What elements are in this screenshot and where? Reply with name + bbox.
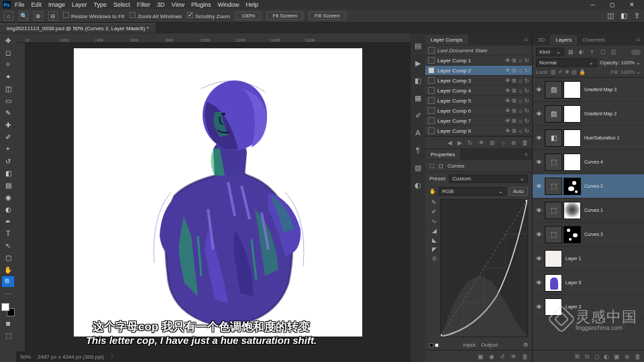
paragraph-panel-icon[interactable]: ¶ (413, 146, 423, 156)
layer-comp-last-state[interactable]: Last Document State (425, 46, 532, 56)
layer-row[interactable]: 👁▨Gradient Map 2 (533, 102, 644, 126)
curve-eyedrop-white[interactable]: ◤ (432, 246, 437, 253)
shape-tool[interactable]: ▢ (2, 252, 14, 263)
pen-tool[interactable]: ✒ (2, 216, 14, 227)
viewport[interactable] (25, 43, 411, 351)
close-icon[interactable]: ✕ (627, 1, 637, 8)
frame-tool[interactable]: ▭ (2, 95, 14, 106)
layer-comp-item[interactable]: Layer Comp 8👁 ⊞ ☼ ↻ (425, 126, 532, 136)
properties-tab[interactable]: Properties (425, 149, 460, 160)
panel-menu-icon[interactable]: ≡ (521, 37, 532, 43)
brush-tool[interactable]: ✐ (2, 131, 14, 142)
channel-select[interactable]: RGB⌄ (439, 187, 506, 196)
menu-type[interactable]: Type (91, 1, 110, 8)
layer-row[interactable]: 👁◧Hue/Saturation 1 (533, 126, 644, 150)
layer-filter-kind[interactable]: Kind⌄ (536, 48, 564, 56)
zoom-all-checkbox[interactable]: Zoom All Windows (129, 12, 182, 19)
lc-prev-icon[interactable]: ◀ (447, 139, 452, 146)
lc-next-icon[interactable]: ▶ (458, 139, 462, 146)
lc-new-icon[interactable]: ⊕ (511, 139, 517, 146)
workspace-icon[interactable]: ◧ (621, 11, 627, 20)
channel-picker-icon[interactable]: ✋ (429, 188, 436, 194)
curve-point-tool[interactable]: ✎ (431, 199, 437, 206)
layer-row[interactable]: 👁⬚Curves 4 (533, 150, 644, 174)
new-layer-icon[interactable]: ⊕ (625, 353, 630, 360)
curve-eyedrop-gray[interactable]: ◣ (432, 237, 437, 243)
view-prev-icon[interactable]: ◉ (489, 353, 494, 360)
curve-smooth-tool[interactable]: ∿ (431, 218, 437, 225)
eraser-tool[interactable]: ◧ (2, 168, 14, 178)
link-layers-icon[interactable]: ⌘ (574, 353, 580, 360)
visibility-toggle[interactable]: 👁 (535, 111, 543, 117)
color-swatches[interactable] (1, 303, 15, 316)
reset-icon[interactable]: ↺ (500, 353, 505, 360)
history-panel-icon[interactable]: ▤ (413, 42, 423, 51)
layer-comp-item[interactable]: Layer Comp 1👁 ⊞ ☼ ↻ (425, 56, 532, 66)
channels-tab[interactable]: Channels (577, 35, 610, 45)
opacity-value[interactable]: 100% (621, 60, 635, 66)
lc-update-pos-icon[interactable]: ⊞ (490, 139, 495, 146)
visibility-toggle[interactable]: 👁 (535, 304, 543, 310)
stamp-tool[interactable]: ⌖ (2, 143, 14, 154)
lock-all-icon[interactable]: 🔒 (579, 69, 586, 75)
mask-icon[interactable]: ◻ (439, 163, 443, 169)
libraries-panel-icon[interactable]: ▥ (413, 164, 423, 173)
document-tab[interactable]: img20211113_0038.psd @ 50% (Curves 2, La… (0, 23, 156, 33)
type-tool[interactable]: T (2, 228, 14, 239)
wand-tool[interactable]: ✦ (2, 71, 14, 82)
scrubby-zoom-checkbox[interactable]: Scrubby Zoom (187, 12, 230, 19)
crop-tool[interactable]: ◫ (2, 83, 14, 94)
canvas[interactable] (74, 48, 362, 337)
lasso-tool[interactable]: ⌗ (2, 59, 14, 70)
visibility-toggle[interactable]: 👁 (535, 135, 543, 141)
3d-tab[interactable]: 3D (533, 35, 550, 45)
panel-menu-icon[interactable]: ≡ (633, 37, 644, 43)
menu-file[interactable]: File (12, 1, 28, 8)
layer-row[interactable]: 👁Layer 1 (533, 247, 644, 271)
minimize-icon[interactable]: ─ (588, 1, 598, 8)
visibility-toggle[interactable]: 👁 (535, 255, 543, 262)
menu-view[interactable]: View (169, 1, 187, 8)
curve-draw-tool[interactable]: ✐ (431, 208, 437, 215)
layer-comp-item[interactable]: Layer Comp 5👁 ⊞ ☼ ↻ (425, 96, 532, 106)
curve-clip-icon[interactable]: ⎘ (433, 255, 436, 262)
marquee-tool[interactable]: ◻ (2, 47, 14, 58)
filter-pixel-icon[interactable]: ▧ (567, 49, 574, 55)
character-panel-icon[interactable]: A (413, 129, 423, 138)
menu-image[interactable]: Image (46, 1, 68, 8)
layer-row[interactable]: 👁Layer 0 (533, 271, 644, 295)
preset-select[interactable]: Custom⌄ (449, 174, 528, 183)
new-adj-icon[interactable]: ◐ (604, 353, 609, 360)
layers-tab[interactable]: Layers (550, 35, 577, 45)
zoom-100-button[interactable]: 100% (235, 11, 261, 20)
path-tool[interactable]: ↖ (2, 240, 14, 251)
menu-layer[interactable]: Layer (69, 1, 90, 8)
blend-mode-select[interactable]: Normal⌄ (536, 58, 597, 67)
color-panel-icon[interactable]: ◧ (413, 76, 423, 86)
layer-row[interactable]: 👁▨Gradient Map 3 (533, 78, 644, 102)
visibility-toggle[interactable]: 👁 (535, 183, 543, 190)
curve-options-icon[interactable]: ⚙ (523, 342, 528, 348)
lc-update-vis-icon[interactable]: 👁 (478, 139, 484, 146)
fill-value[interactable]: 100% (621, 69, 634, 75)
history-brush-tool[interactable]: ↺ (2, 156, 14, 166)
actions-panel-icon[interactable]: ▶ (413, 59, 423, 68)
search-icon[interactable]: ◫ (607, 11, 614, 20)
panel-menu-icon[interactable]: ≡ (521, 152, 532, 158)
toggle-vis-icon[interactable]: 👁 (511, 353, 517, 360)
lock-pos-icon[interactable]: ✥ (565, 69, 570, 75)
menu-help[interactable]: Help (244, 1, 262, 8)
layer-comp-item[interactable]: Layer Comp 4👁 ⊞ ☼ ↻ (425, 86, 532, 96)
layer-row[interactable]: 👁⬚Curves 2 (533, 174, 644, 198)
status-zoom[interactable]: 50% (20, 354, 31, 360)
fit-screen-button[interactable]: Fit Screen (266, 11, 303, 20)
visibility-toggle[interactable]: 👁 (535, 207, 543, 214)
resize-windows-checkbox[interactable]: Resize Windows to Fit (63, 12, 124, 19)
clip-layer-icon[interactable]: ▣ (478, 353, 484, 360)
layer-comp-item[interactable]: Layer Comp 7👁 ⊞ ☼ ↻ (425, 116, 532, 126)
visibility-toggle[interactable]: 👁 (535, 280, 543, 286)
lc-update-icon[interactable]: ↻ (468, 139, 473, 146)
add-mask-icon[interactable]: ◻ (594, 353, 599, 360)
zoom-out-icon[interactable]: ⊖ (48, 11, 58, 21)
fill-screen-button[interactable]: Fill Screen (309, 11, 346, 20)
